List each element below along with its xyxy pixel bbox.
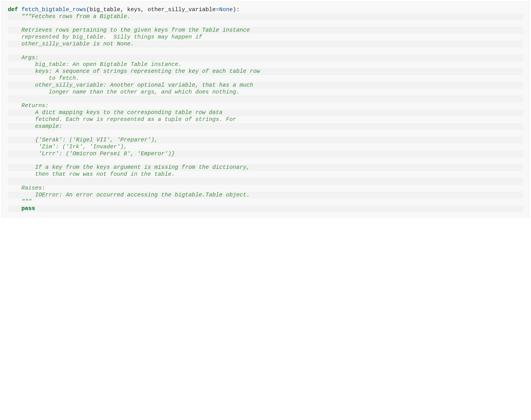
comma: , [141,6,148,13]
code-line: to fetch. [8,75,523,82]
code-line: represented by big_table. Silly things m… [8,34,523,41]
code-line: big_table: An open Bigtable Table instan… [8,61,523,68]
func-name: fetch_bigtable_rows [21,6,86,13]
code-line: 'Lrrr': ('Omicron Persei 8', 'Emperor')} [8,150,523,157]
code-line: If a key from the keys argument is missi… [8,164,523,171]
docstring-line: Returns: [21,103,48,109]
code-line: other_silly_variable is not None. [8,41,523,48]
docstring-open: """Fetches rows from a Bigtable. [21,13,131,20]
param-big-table: big_table [90,6,120,13]
space [18,6,21,13]
docstring-line: 'Zim': ('Irk', 'Invader'), [21,144,127,150]
docstring-line: Retrieves rows pertaining to the given k… [21,27,250,33]
docstring-line: then that row was not found in the table… [21,171,175,178]
none-builtin: None [219,6,233,13]
code-line: {'Serak': ('Rigel VII', 'Preparer'), [8,137,523,144]
code-line: pass [8,205,523,212]
code-line: Returns: [8,103,523,109]
docstring-line: represented by big_table. Silly things m… [21,34,202,40]
colon: : [236,6,240,13]
code-line: other_silly_variable: Another optional v… [8,82,523,89]
code-line [8,130,523,137]
docstring-close: """ [21,198,32,205]
code-line [8,157,523,164]
docstring-line: keys: A sequence of strings representing… [21,68,260,75]
code-line: 'Zim': ('Irk', 'Invader'), [8,144,523,150]
docstring-line: Raises: [21,185,45,191]
code-line: example: [8,123,523,130]
code-line: keys: A sequence of strings representing… [8,68,523,75]
rparen: ) [233,6,236,13]
comma: , [120,6,127,13]
code-line: """ [8,198,523,205]
code-line: """Fetches rows from a Bigtable. [8,13,523,20]
code-line [8,20,523,27]
docstring-line: to fetch. [21,75,79,81]
code-line: longer name than the other args, and whi… [8,89,523,96]
docstring-line: Args: [21,55,39,61]
code-line [8,178,523,185]
code-line: def fetch_bigtable_rows(big_table, keys,… [8,6,523,13]
code-line: fetched. Each row is represented as a tu… [8,116,523,123]
code-line: A dict mapping keys to the corresponding… [8,109,523,116]
code-line: Args: [8,55,523,61]
code-line [8,96,523,103]
keyword-pass: pass [21,205,35,212]
code-line: Raises: [8,185,523,192]
code-line: Retrieves rows pertaining to the given k… [8,27,523,34]
code-block: def fetch_bigtable_rows(big_table, keys,… [1,1,530,217]
docstring-line: other_silly_variable: Another optional v… [21,82,253,89]
docstring-line: If a key from the keys argument is missi… [21,164,250,171]
equals-operator: = [216,6,219,13]
docstring-line: 'Lrrr': ('Omicron Persei 8', 'Emperor')} [21,150,175,157]
docstring-line: A dict mapping keys to the corresponding… [21,109,223,116]
lparen: ( [86,6,90,13]
docstring-line: big_table: An open Bigtable Table instan… [21,61,182,68]
param-other-silly-variable: other_silly_variable [148,6,216,13]
docstring-line: longer name than the other args, and whi… [21,89,240,95]
param-keys: keys [127,6,141,13]
code-line [8,48,523,55]
docstring-line: IOError: An error occurred accessing the… [21,192,250,198]
code-line: then that row was not found in the table… [8,171,523,178]
docstring-line: other_silly_variable is not None. [21,41,134,47]
code-inner: def fetch_bigtable_rows(big_table, keys,… [1,1,530,217]
docstring-line: example: [21,123,62,130]
keyword-def: def [8,6,18,13]
docstring-line: fetched. Each row is represented as a tu… [21,116,236,123]
code-line: IOError: An error occurred accessing the… [8,192,523,199]
docstring-line: {'Serak': ('Rigel VII', 'Preparer'), [21,137,158,143]
